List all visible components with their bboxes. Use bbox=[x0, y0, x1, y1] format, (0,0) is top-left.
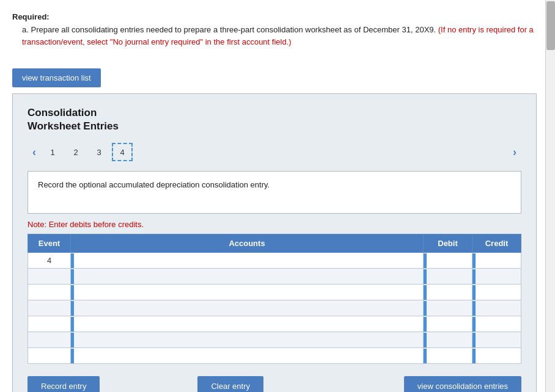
instruction-body: Prepare all consolidating entries needed… bbox=[31, 25, 436, 34]
account-cell-2[interactable] bbox=[71, 269, 424, 285]
account-input-6[interactable] bbox=[74, 332, 423, 347]
page-2-button[interactable]: 2 bbox=[65, 143, 86, 161]
table-row bbox=[28, 269, 521, 285]
event-cell-2 bbox=[28, 269, 71, 285]
record-entry-button[interactable]: Record entry bbox=[28, 376, 100, 392]
debit-input-7[interactable] bbox=[427, 348, 472, 363]
worksheet-title: Consolidation Worksheet Entries bbox=[28, 106, 521, 133]
account-input-1[interactable] bbox=[74, 253, 423, 268]
event-cell-3 bbox=[28, 285, 71, 300]
debit-input-6[interactable] bbox=[427, 332, 472, 347]
account-cell-5[interactable] bbox=[71, 316, 424, 332]
credit-input-6[interactable] bbox=[476, 332, 521, 347]
account-cell-1[interactable] bbox=[71, 253, 424, 269]
next-page-button[interactable]: › bbox=[508, 145, 521, 160]
debit-input-3[interactable] bbox=[427, 285, 472, 300]
credit-cell-7[interactable] bbox=[472, 348, 521, 364]
entry-instruction-box: Record the optional accumulated deprecia… bbox=[28, 171, 521, 214]
entry-instruction-text: Record the optional accumulated deprecia… bbox=[38, 180, 270, 189]
debit-input-4[interactable] bbox=[427, 300, 472, 316]
page-1-button[interactable]: 1 bbox=[42, 143, 63, 161]
account-input-3[interactable] bbox=[74, 285, 423, 300]
credit-input-7[interactable] bbox=[476, 348, 521, 363]
debit-input-2[interactable] bbox=[427, 269, 472, 284]
view-transaction-list-button[interactable]: view transaction list bbox=[12, 68, 101, 87]
event-cell-6 bbox=[28, 332, 71, 348]
debit-cell-2[interactable] bbox=[424, 269, 472, 285]
debit-cell-1[interactable] bbox=[424, 253, 472, 269]
page-4-button[interactable]: 4 bbox=[112, 143, 133, 161]
event-cell-4 bbox=[28, 300, 71, 316]
credit-cell-2[interactable] bbox=[472, 269, 521, 285]
credit-input-3[interactable] bbox=[476, 285, 521, 300]
credit-input-1[interactable] bbox=[476, 253, 521, 268]
debit-cell-3[interactable] bbox=[424, 285, 472, 300]
account-input-2[interactable] bbox=[74, 269, 423, 284]
page-3-button[interactable]: 3 bbox=[89, 143, 109, 161]
table-row bbox=[28, 348, 521, 364]
account-input-5[interactable] bbox=[74, 316, 423, 332]
required-label: Required: bbox=[12, 12, 537, 21]
table-row: 4 bbox=[28, 253, 521, 269]
event-cell-7 bbox=[28, 348, 71, 364]
instruction-a: a. bbox=[22, 25, 29, 34]
table-row bbox=[28, 300, 521, 316]
debit-input-5[interactable] bbox=[427, 316, 472, 332]
event-cell-5 bbox=[28, 316, 71, 332]
credit-cell-3[interactable] bbox=[472, 285, 521, 300]
clear-entry-button[interactable]: Clear entry bbox=[197, 376, 263, 392]
pagination-row: ‹ 1 2 3 4 › bbox=[28, 143, 521, 161]
credit-cell-1[interactable] bbox=[472, 253, 521, 269]
prev-page-button[interactable]: ‹ bbox=[28, 145, 41, 160]
account-input-7[interactable] bbox=[74, 348, 423, 363]
debit-input-1[interactable] bbox=[427, 253, 472, 268]
account-cell-6[interactable] bbox=[71, 332, 424, 348]
worksheet-container: Consolidation Worksheet Entries ‹ 1 2 3 … bbox=[12, 93, 537, 392]
account-cell-7[interactable] bbox=[71, 348, 424, 364]
table-row bbox=[28, 316, 521, 332]
credit-input-4[interactable] bbox=[476, 300, 521, 316]
table-row bbox=[28, 285, 521, 300]
credit-input-5[interactable] bbox=[476, 316, 521, 332]
credit-input-2[interactable] bbox=[476, 269, 521, 284]
debit-cell-4[interactable] bbox=[424, 300, 472, 316]
action-buttons-row: Record entry Clear entry view consolidat… bbox=[28, 376, 521, 392]
account-cell-3[interactable] bbox=[71, 285, 424, 300]
event-cell-1: 4 bbox=[28, 253, 71, 269]
account-cell-4[interactable] bbox=[71, 300, 424, 316]
debit-cell-5[interactable] bbox=[424, 316, 472, 332]
col-header-event: Event bbox=[28, 234, 71, 253]
col-header-debit: Debit bbox=[424, 234, 472, 253]
credit-cell-6[interactable] bbox=[472, 332, 521, 348]
table-row bbox=[28, 332, 521, 348]
view-consolidation-entries-button[interactable]: view consolidation entries bbox=[404, 376, 521, 392]
entry-table: Event Accounts Debit Credit 4 bbox=[28, 234, 521, 364]
account-input-4[interactable] bbox=[74, 300, 423, 316]
instruction-text: a. Prepare all consolidating entries nee… bbox=[12, 24, 537, 48]
required-section: Required: a. Prepare all consolidating e… bbox=[12, 12, 537, 48]
col-header-accounts: Accounts bbox=[71, 234, 424, 253]
debit-cell-6[interactable] bbox=[424, 332, 472, 348]
credit-cell-5[interactable] bbox=[472, 316, 521, 332]
col-header-credit: Credit bbox=[472, 234, 521, 253]
credit-cell-4[interactable] bbox=[472, 300, 521, 316]
debit-cell-7[interactable] bbox=[424, 348, 472, 364]
note-text: Note: Enter debits before credits. bbox=[28, 220, 521, 229]
